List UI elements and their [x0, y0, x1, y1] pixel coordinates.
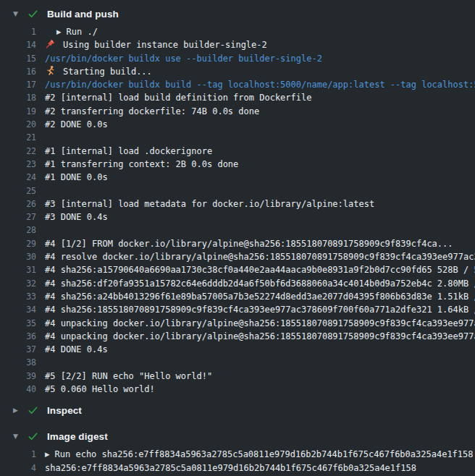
line-number[interactable]: 1	[0, 448, 36, 461]
workflow-log-viewer: ▼Build and push1▶Run ./14Using builder i…	[0, 0, 475, 476]
line-number[interactable]: 39	[0, 370, 36, 383]
log-text: #4 [1/2] FROM docker.io/library/alpine@s…	[45, 239, 453, 249]
log-line: 23#1 transferring context: 2B 0.0s done	[0, 158, 475, 171]
line-number[interactable]: 20	[0, 118, 36, 131]
log-text: #4 sha256:df20fa9351a15782c64e6dddb2d4a6…	[45, 279, 475, 289]
log-line: 40#5 0.060 Hello world!	[0, 383, 475, 396]
section-header-build-and-push[interactable]: ▼Build and push	[0, 6, 475, 22]
log-line: 14Using builder instance builder-single-…	[0, 38, 475, 51]
log-text: /usr/bin/docker buildx use --builder bui…	[45, 54, 322, 64]
log-group-command[interactable]: ▶Run ./	[36, 25, 475, 38]
line-number[interactable]: 30	[0, 250, 36, 263]
line-number[interactable]: 35	[0, 317, 36, 330]
line-number[interactable]: 34	[0, 303, 36, 316]
log-text: Using builder instance builder-single-2	[63, 40, 267, 50]
log-text: /usr/bin/docker buildx build --tag local…	[45, 80, 475, 90]
log-line: 33#4 sha256:a24bb4013296f61e89ba57005a7b…	[0, 290, 475, 303]
log-line: 16Starting build...	[0, 65, 475, 78]
line-number[interactable]: 36	[0, 330, 36, 343]
log-line: 4sha256:e7ff8834a5963a2785c5a0811e979d16…	[0, 462, 475, 475]
log-line-text: #1 transferring context: 2B 0.0s done	[36, 158, 475, 171]
log-text: #4 unpacking docker.io/library/alpine@sh…	[45, 331, 475, 341]
line-number[interactable]: 26	[0, 197, 36, 211]
line-number[interactable]: 25	[0, 184, 36, 197]
log-line-text: #4 sha256:a24bb4013296f61e89ba57005a7b3e…	[36, 290, 475, 303]
line-number[interactable]: 29	[0, 237, 36, 250]
log-text: #4 DONE 0.4s	[45, 344, 108, 354]
log-line: 25	[0, 184, 475, 197]
line-number[interactable]: 37	[0, 343, 36, 356]
log-line-text	[36, 356, 475, 369]
success-check-icon	[28, 405, 47, 416]
log-line: 19#2 transferring dockerfile: 74B 0.0s d…	[0, 105, 475, 118]
log-line-text: #4 [1/2] FROM docker.io/library/alpine@s…	[36, 237, 475, 250]
log-line-text: #3 [internal] load metadata for docker.i…	[36, 197, 475, 211]
log-line-text: #4 sha256:185518070891758909c9f839cf4ca3…	[36, 303, 475, 316]
line-number[interactable]: 1	[0, 25, 36, 38]
line-number[interactable]: 40	[0, 383, 36, 396]
log-text: sha256:e7ff8834a5963a2785c5a0811e979d16b…	[45, 463, 416, 473]
section-header-inspect[interactable]: ▶Inspect	[0, 402, 475, 418]
line-number[interactable]: 33	[0, 290, 36, 303]
line-number[interactable]: 15	[0, 52, 36, 65]
line-number[interactable]: 19	[0, 105, 36, 118]
log-line-text: Starting build...	[36, 65, 475, 78]
log-line: 24#1 DONE 0.0s	[0, 171, 475, 184]
section-title: Inspect	[47, 405, 82, 416]
line-number[interactable]: 17	[0, 78, 36, 91]
log-line: 39#5 [2/2] RUN echo "Hello world!"	[0, 370, 475, 383]
log-text: #2 DONE 0.0s	[45, 119, 108, 129]
line-number[interactable]: 4	[0, 462, 36, 475]
log-line-text: #4 DONE 0.4s	[36, 343, 475, 356]
runner-icon	[45, 65, 56, 78]
log-line: 28	[0, 224, 475, 237]
log-line-text: #1 [internal] load .dockerignore	[36, 145, 475, 158]
line-number[interactable]: 28	[0, 224, 36, 237]
log-line: 21	[0, 131, 475, 144]
line-number[interactable]: 23	[0, 158, 36, 171]
success-check-icon	[28, 9, 47, 20]
line-number[interactable]: 16	[0, 65, 36, 78]
log-text: #3 DONE 0.4s	[45, 212, 108, 222]
log-text: #4 resolve docker.io/library/alpine@sha2…	[45, 252, 475, 262]
line-number[interactable]: 38	[0, 356, 36, 369]
log-line-text: sha256:e7ff8834a5963a2785c5a0811e979d16b…	[36, 462, 475, 475]
section-title: Image digest	[47, 431, 108, 442]
log-line-text: Using builder instance builder-single-2	[36, 38, 475, 51]
log-section-inspect: ▶Inspect	[0, 402, 475, 418]
log-line-text: #2 transferring dockerfile: 74B 0.0s don…	[36, 105, 475, 118]
log-text: #5 [2/2] RUN echo "Hello world!"	[45, 371, 212, 381]
log-group-command[interactable]: ▶Run echo sha256:e7ff8834a5963a2785c5a08…	[36, 448, 475, 461]
section-header-image-digest[interactable]: ▼Image digest	[0, 428, 475, 444]
log-text: #3 [internal] load metadata for docker.i…	[45, 199, 374, 209]
line-number[interactable]: 24	[0, 171, 36, 184]
line-number[interactable]: 18	[0, 91, 36, 104]
line-number[interactable]: 14	[0, 38, 36, 51]
log-line: 35#4 unpacking docker.io/library/alpine@…	[0, 317, 475, 330]
line-number[interactable]: 31	[0, 263, 36, 276]
log-text: #4 sha256:a15790640a6690aa1730c38cf0a440…	[45, 265, 475, 275]
log-line: 27#3 DONE 0.4s	[0, 211, 475, 224]
chevron-right-icon[interactable]: ▶	[56, 25, 62, 38]
log-line-text: /usr/bin/docker buildx use --builder bui…	[36, 52, 475, 65]
log-line-text: #4 sha256:a15790640a6690aa1730c38cf0a440…	[36, 263, 475, 276]
log-line-text: #3 DONE 0.4s	[36, 211, 475, 224]
log-line: 32#4 sha256:df20fa9351a15782c64e6dddb2d4…	[0, 277, 475, 290]
log-text: #2 transferring dockerfile: 74B 0.0s don…	[45, 106, 259, 116]
chevron-down-icon: ▼	[13, 11, 28, 17]
log-line: 36#4 unpacking docker.io/library/alpine@…	[0, 330, 475, 343]
success-check-icon	[28, 431, 47, 442]
line-number[interactable]: 22	[0, 145, 36, 158]
log-line-text: #4 unpacking docker.io/library/alpine@sh…	[36, 317, 475, 330]
log-line-text: #4 sha256:df20fa9351a15782c64e6dddb2d4a6…	[36, 277, 475, 290]
section-gap	[0, 418, 475, 428]
line-number[interactable]: 21	[0, 131, 36, 144]
chevron-right-icon[interactable]: ▶	[45, 448, 50, 461]
line-number[interactable]: 27	[0, 211, 36, 224]
log-text: #1 [internal] load .dockerignore	[45, 146, 212, 156]
log-line: 18#2 [internal] load build definition fr…	[0, 91, 475, 104]
log-line: 29#4 [1/2] FROM docker.io/library/alpine…	[0, 237, 475, 250]
log-text: #1 transferring context: 2B 0.0s done	[45, 159, 238, 169]
line-number[interactable]: 32	[0, 277, 36, 290]
log-line-text: #4 resolve docker.io/library/alpine@sha2…	[36, 250, 475, 263]
